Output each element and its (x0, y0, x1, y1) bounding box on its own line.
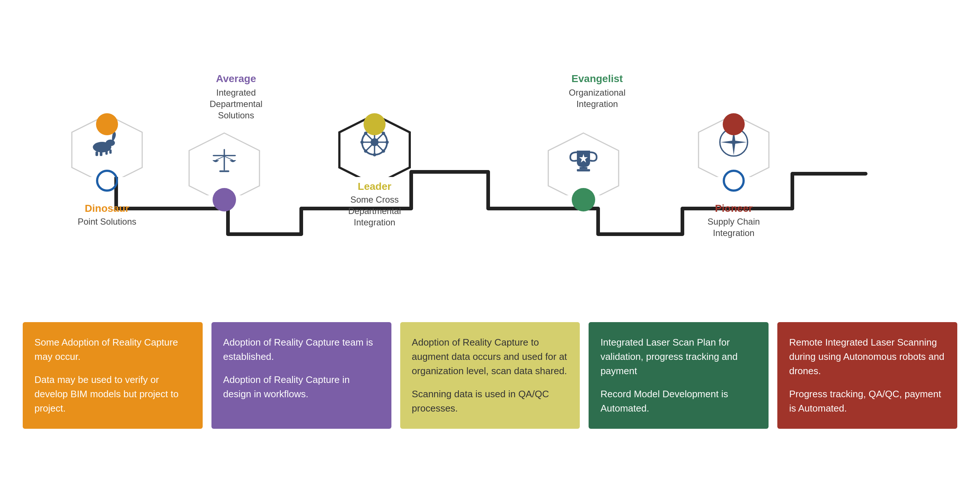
pioneer-top-circle (723, 113, 745, 135)
evangelist-bottom-circle (572, 188, 595, 211)
leader-node: Leader Some CrossDepartmentalIntegration (338, 102, 411, 228)
svg-rect-3 (95, 151, 98, 156)
svg-point-25 (382, 149, 385, 152)
dinosaur-card-p2: Data may be used to verify or develop BI… (35, 373, 191, 416)
average-top-label: Average (210, 73, 262, 85)
pioneer-bottom-circle (723, 170, 745, 192)
svg-rect-12 (220, 170, 229, 172)
svg-point-22 (360, 140, 364, 144)
svg-line-10 (216, 156, 224, 160)
pioneer-card: Remote Integrated Laser Scanning during … (777, 322, 957, 429)
leader-card-p2: Scanning data is used in QA/QC processes… (412, 387, 568, 416)
dinosaur-bottom-circle (96, 170, 118, 192)
pioneer-label: Pioneer (715, 203, 753, 214)
svg-marker-37 (735, 140, 747, 144)
average-node (188, 132, 261, 219)
svg-rect-9 (213, 155, 236, 156)
evangelist-top-label-area: Evangelist OrganizationalIntegration (569, 73, 625, 110)
connector-lines (23, 65, 957, 315)
average-top-label-area: Average IntegratedDepartmentalSolutions (210, 73, 262, 121)
evangelist-card-p2: Record Model Development is Automated. (600, 387, 757, 416)
average-bottom-circle (213, 188, 236, 211)
average-top-sublabel: IntegratedDepartmentalSolutions (210, 87, 262, 121)
svg-rect-30 (577, 169, 590, 171)
leader-sublabel: Some CrossDepartmentalIntegration (348, 194, 401, 228)
leader-card-p1: Adoption of Reality Capture to augment d… (412, 335, 568, 378)
dinosaur-node: Dinosaur Point Solutions (70, 102, 144, 227)
cards-section: Some Adoption of Reality Capture may occ… (23, 322, 957, 429)
svg-line-11 (224, 156, 233, 160)
svg-rect-29 (579, 167, 587, 169)
average-card-p2: Adoption of Reality Capture in design in… (223, 373, 380, 401)
dinosaur-card: Some Adoption of Reality Capture may occ… (23, 322, 203, 429)
svg-rect-8 (224, 149, 225, 170)
evangelist-top-sublabel: OrganizationalIntegration (569, 87, 625, 110)
dinosaur-sublabel: Point Solutions (78, 216, 136, 227)
svg-point-42 (732, 140, 736, 144)
trophy-icon (567, 144, 600, 183)
svg-marker-35 (732, 143, 735, 155)
diagram-section: Dinosaur Point Solutions Average Integra… (23, 65, 957, 315)
pioneer-node: Pioneer Supply ChainIntegration (697, 102, 770, 238)
leader-card: Adoption of Reality Capture to augment d… (400, 322, 580, 429)
page-container: Dinosaur Point Solutions Average Integra… (23, 65, 957, 429)
dinosaur-card-p1: Some Adoption of Reality Capture may occ… (35, 335, 191, 364)
svg-marker-36 (721, 140, 733, 144)
dinosaur-label: Dinosaur (85, 203, 129, 214)
svg-rect-5 (105, 150, 108, 155)
dinosaur-top-circle (96, 113, 118, 135)
pioneer-card-p2: Progress tracking, QA/QC, payment is Aut… (789, 387, 945, 416)
svg-point-23 (385, 140, 389, 144)
evangelist-card: Integrated Laser Scan Plan for validatio… (589, 322, 768, 429)
average-card: Adoption of Reality Capture team is esta… (212, 322, 391, 429)
evangelist-card-p1: Integrated Laser Scan Plan for validatio… (600, 335, 757, 378)
evangelist-top-label: Evangelist (569, 73, 625, 85)
leader-label: Leader (358, 181, 391, 192)
evangelist-node (547, 132, 620, 219)
svg-rect-6 (109, 149, 111, 154)
svg-rect-4 (100, 151, 102, 156)
pioneer-card-p1: Remote Integrated Laser Scanning during … (789, 335, 945, 378)
leader-top-circle (364, 113, 385, 135)
scales-icon (208, 144, 241, 183)
svg-point-21 (373, 153, 376, 156)
average-card-p1: Adoption of Reality Capture team is esta… (223, 335, 380, 364)
pioneer-sublabel: Supply ChainIntegration (708, 216, 760, 238)
svg-point-27 (364, 149, 367, 152)
